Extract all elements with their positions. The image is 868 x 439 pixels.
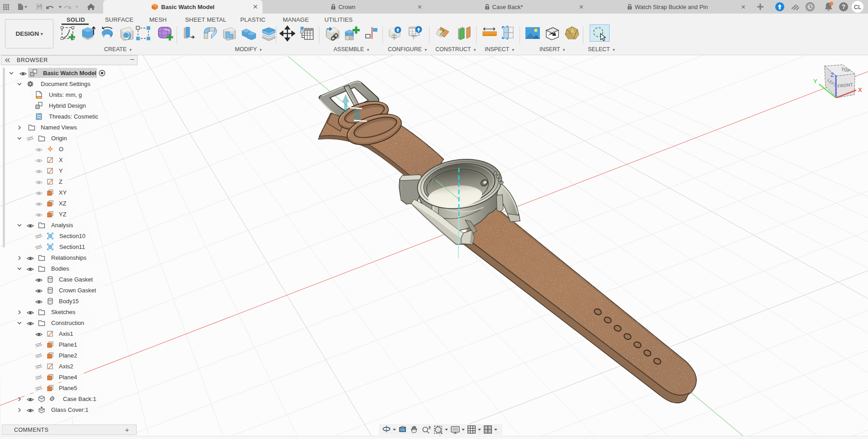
svg-text:Y: Y <box>813 78 817 85</box>
svg-text:CL: CL <box>854 4 862 10</box>
svg-text:Z: Z <box>830 72 834 78</box>
svg-text:?: ? <box>842 3 846 10</box>
svg-text:X: X <box>858 86 862 93</box>
